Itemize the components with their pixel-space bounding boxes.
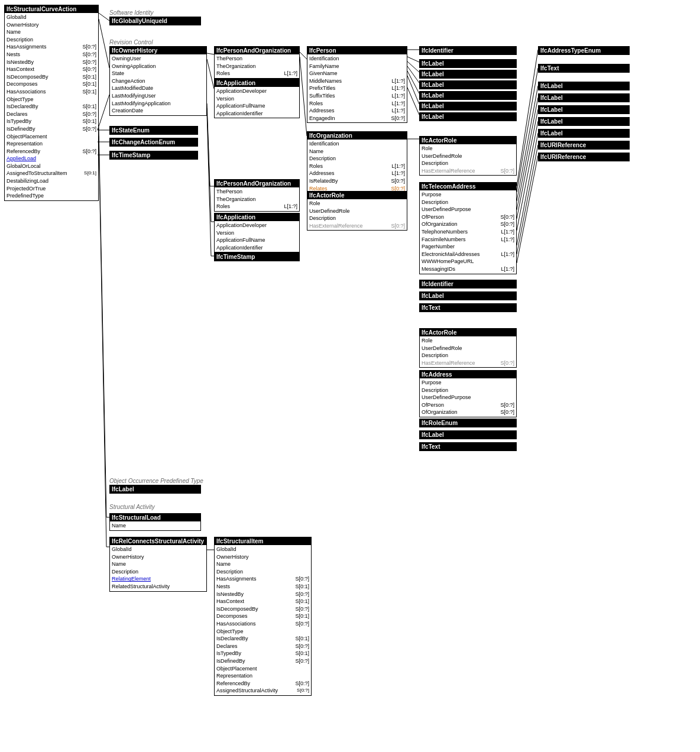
box-header: IfcStructuralItem <box>215 537 311 545</box>
box-ifc-uri-reference-2: IfcURIReference <box>538 153 630 161</box>
f-si-hascontext: HasContextS[0:1] <box>216 598 309 605</box>
field-objecttype: ObjectType <box>7 96 96 103</box>
f-appid2: ApplicationIdentifier <box>216 244 297 252</box>
f-addr-userdefpurpose: UserDefinedPurpose <box>422 394 514 401</box>
f-si-objecttype: ObjectType <box>216 628 309 636</box>
f-org-name: Name <box>309 148 405 155</box>
svg-line-11 <box>407 76 419 104</box>
field-representation: Representation <box>7 140 96 148</box>
box-ifc-person: IfcPerson Identification FamilyName Give… <box>307 46 407 123</box>
box-ifc-actor-role-2: IfcActorRole Role UserDefinedRole Descri… <box>419 136 517 176</box>
box-header: IfcLabel <box>539 129 629 137</box>
f-si-istypedby: IsTypedByS[0:1] <box>216 650 309 657</box>
f-state: State <box>112 70 205 77</box>
box-header: IfcLabel <box>539 94 629 102</box>
f-addr-description: Description <box>422 387 514 394</box>
f-si-globalid: GlobalId <box>216 546 309 553</box>
field-declares: DeclaresS[0:?] <box>7 111 96 118</box>
box-ifc-address-type-enum: IfcAddressTypeEnum <box>538 46 630 55</box>
svg-line-17 <box>517 98 538 210</box>
f-si-assignedstructural: AssignedStructuralActivityS[0:?] <box>216 687 309 695</box>
f-addr-ofperson: OfPersonS[0:?] <box>422 401 514 409</box>
box-ifc-label-4: IfcLabel <box>419 91 517 100</box>
field-hasassociations: HasAssociationsS[0:1] <box>7 88 96 96</box>
box-ifc-label-8: IfcLabel <box>419 430 517 439</box>
svg-line-20 <box>517 133 538 245</box>
f-si-hasassociations: HasAssociationsS[0:?] <box>216 620 309 628</box>
box-ifc-person-and-org-2: IfcPersonAndOrganization ThePerson TheOr… <box>214 179 300 212</box>
box-header: IfcOwnerHistory <box>110 47 206 54</box>
box-header: IfcRelConnectsStructuralActivity <box>110 537 206 545</box>
f-ta-emailaddrs: ElectronicMailAddressesL[1:?] <box>422 251 514 258</box>
field-name: Name <box>7 28 96 36</box>
f-theorganization: TheOrganization <box>216 63 297 70</box>
f-appdev2: ApplicationDeveloper <box>216 222 297 229</box>
section-revision-control: Revision Control <box>109 39 153 46</box>
box-ifc-label-7: IfcLabel <box>419 291 517 300</box>
f-org-description: Description <box>309 155 405 163</box>
field-predefinedtype: PredefinedType <box>7 192 96 200</box>
box-body: GlobalId OwnerHistory Name Description H… <box>215 545 311 695</box>
f-engagedin: EngagedInS[0:?] <box>309 115 405 122</box>
f-roles-p: RolesL[1:?] <box>309 100 405 108</box>
box-header: IfcLabel <box>420 431 516 439</box>
box-header: IfcGloballyUniqueId <box>110 17 200 25</box>
f-role3: Role <box>422 337 514 345</box>
box-header: IfcPersonAndOrganization <box>215 180 299 187</box>
box-ifc-label-2: IfcLabel <box>419 70 517 79</box>
box-ifc-application-2: IfcApplication ApplicationDeveloper Vers… <box>214 213 300 252</box>
field-hasassignments: HasAssignmentsS[0:?] <box>7 43 96 51</box>
box-ifc-owner-history: IfcOwnerHistory OwningUser OwningApplica… <box>109 46 207 116</box>
f-changeaction: ChangeAction <box>112 77 205 85</box>
box-ifc-time-stamp-1: IfcTimeStamp <box>109 151 198 160</box>
svg-line-5 <box>300 57 307 136</box>
box-ifc-person-and-org-1: IfcPersonAndOrganization ThePerson TheOr… <box>214 46 300 79</box>
box-header: IfcLabel <box>420 70 516 78</box>
f-org-identification: Identification <box>309 140 405 148</box>
f-desc1: Description <box>309 215 405 222</box>
f-ta-faxnums: FacsimileNumbersL[1:?] <box>422 236 514 244</box>
f-si-decomposes: DecomposesS[0:1] <box>216 612 309 620</box>
f-hasextref3: HasExternalReferenceS[0:?] <box>422 359 514 367</box>
box-body: ApplicationDeveloper Version Application… <box>215 87 299 118</box>
box-header: IfcOrganization <box>307 132 407 140</box>
f-lastmodifyinguser: LastModifyingUser <box>112 92 205 100</box>
box-header: IfcLabel <box>420 113 516 121</box>
box-ifc-uri-reference-1: IfcURIReference <box>538 141 630 150</box>
f-suffixtitles: SuffixTitlesL[1:?] <box>309 92 405 100</box>
svg-line-7 <box>407 57 419 62</box>
box-header: IfcTimeStamp <box>215 253 299 261</box>
field-projectedortrue: ProjectedOrTrue <box>7 185 96 193</box>
box-ifc-application-1: IfcApplication ApplicationDeveloper Vers… <box>214 79 300 118</box>
box-header: IfcLabel <box>420 292 516 300</box>
field-objectplacement: ObjectPlacement <box>7 133 96 141</box>
box-ifc-time-stamp-2: IfcTimeStamp <box>214 252 300 261</box>
f-ta-oforg: OfOrganizationS[0:?] <box>422 221 514 228</box>
box-body: OwningUser OwningApplication State Chang… <box>110 54 206 115</box>
box-header: IfcLabel <box>420 60 516 67</box>
f-appdev: ApplicationDeveloper <box>216 87 297 95</box>
field-hascontext: HasContextS[0:?] <box>7 66 96 73</box>
f-version: Version <box>216 95 297 103</box>
svg-line-8 <box>407 61 419 72</box>
box-header: IfcTelecomAddress <box>420 183 516 190</box>
svg-line-0 <box>99 13 109 21</box>
box-ifc-label-main: IfcLabel <box>109 485 201 494</box>
box-body: GlobalId OwnerHistory Name Description H… <box>5 13 98 200</box>
svg-line-23 <box>98 95 109 130</box>
field-istypedby: IsTypedByS[0:1] <box>7 118 96 125</box>
svg-line-19 <box>517 121 538 231</box>
box-ifc-label-5: IfcLabel <box>419 102 517 111</box>
f-si-isdeclaredby: IsDeclaredByS[0:1] <box>216 635 309 643</box>
f-theperson2: ThePerson <box>216 188 297 196</box>
f-si-declares: DeclaresS[0:?] <box>216 643 309 650</box>
f-ta-wwwpage: WWWHomePageURL <box>422 258 514 265</box>
field-description: Description <box>7 36 96 44</box>
field-decomposes: DecomposesS[0:1] <box>7 80 96 88</box>
box-ifc-text-2: IfcText <box>419 442 517 451</box>
f-ta-description: Description <box>422 199 514 206</box>
box-header: IfcText <box>420 443 516 450</box>
box-header: IfcActorRole <box>420 137 516 144</box>
f-si-description: Description <box>216 568 309 576</box>
f-si-nests: NestsS[0:1] <box>216 583 309 591</box>
